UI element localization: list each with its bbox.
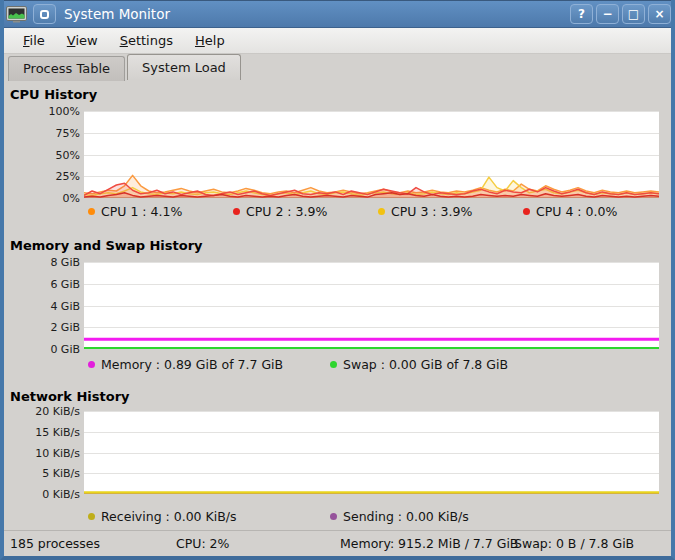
legend-receiving: Receiving : 0.00 KiB/s [88, 509, 330, 524]
memory-ytick: 0 GiB [50, 343, 80, 356]
memory-ytick: 6 GiB [50, 277, 80, 290]
network-ytick: 5 KiB/s [42, 467, 80, 480]
app-icon [6, 6, 27, 23]
titlebar: System Monitor ? − □ × [0, 0, 675, 28]
cpu-y-axis: 100%75%50%25%0% [4, 111, 84, 198]
network-ytick: 20 KiB/s [35, 405, 80, 418]
legend-swap: Swap : 0.00 GiB of 7.8 GiB [330, 357, 572, 372]
system-load-page: CPU History 100%75%50%25%0% CPU 1 : 4.1%… [4, 80, 671, 530]
swap-color-dot [330, 361, 337, 368]
cpu-history-title: CPU History [10, 87, 97, 102]
memory-legend: Memory : 0.89 GiB of 7.7 GiB Swap : 0.00… [88, 357, 572, 372]
memory-history-title: Memory and Swap History [10, 238, 203, 253]
memory-ytick: 8 GiB [50, 256, 80, 269]
maximize-button[interactable]: □ [622, 4, 645, 24]
legend-cpu1: CPU 1 : 4.1% [88, 204, 233, 219]
legend-sending: Sending : 0.00 KiB/s [330, 509, 572, 524]
menu-file[interactable]: File [12, 30, 56, 51]
window-controls: ? − □ × [567, 4, 671, 24]
legend-cpu4: CPU 4 : 0.0% [523, 204, 668, 219]
network-legend: Receiving : 0.00 KiB/s Sending : 0.00 Ki… [88, 509, 572, 524]
cpu-ytick: 0% [63, 192, 80, 205]
system-monitor-window: System Monitor ? − □ × File View Setting… [0, 0, 675, 560]
cpu1-color-dot [88, 208, 95, 215]
cpu4-color-dot [523, 208, 530, 215]
memory-ytick: 4 GiB [50, 299, 80, 312]
menubar: File View Settings Help [4, 28, 671, 54]
window-menu-button[interactable] [33, 4, 56, 24]
memory-swap-chart: 8 GiB6 GiB4 GiB2 GiB0 GiB [4, 262, 663, 349]
status-memory: Memory: 915.2 MiB / 7.7 GiB [340, 536, 518, 551]
memory-y-axis: 8 GiB6 GiB4 GiB2 GiB0 GiB [4, 262, 84, 349]
menu-settings[interactable]: Settings [109, 30, 184, 51]
cpu2-color-dot [233, 208, 240, 215]
cpu-ytick: 75% [56, 126, 80, 139]
legend-cpu3: CPU 3 : 3.9% [378, 204, 523, 219]
memory-plot [84, 262, 659, 349]
memory-color-dot [88, 361, 95, 368]
menu-help[interactable]: Help [184, 30, 236, 51]
statusbar: 185 processes CPU: 2% Memory: 915.2 MiB … [4, 530, 671, 556]
help-button[interactable]: ? [570, 4, 593, 24]
cpu-ytick: 50% [56, 148, 80, 161]
cpu3-color-dot [378, 208, 385, 215]
network-ytick: 15 KiB/s [35, 425, 80, 438]
cpu-history-chart: 100%75%50%25%0% [4, 111, 663, 198]
network-plot [84, 411, 659, 494]
network-ytick: 0 KiB/s [42, 488, 80, 501]
network-history-title: Network History [10, 389, 130, 404]
minimize-button[interactable]: − [596, 4, 619, 24]
network-history-chart: 20 KiB/s15 KiB/s10 KiB/s5 KiB/s0 KiB/s [4, 411, 663, 494]
window-menu-icon [40, 10, 49, 19]
menu-view[interactable]: View [56, 30, 109, 51]
status-swap: Swap: 0 B / 7.8 GiB [514, 536, 634, 551]
tab-system-load[interactable]: System Load [127, 54, 241, 80]
legend-cpu2: CPU 2 : 3.9% [233, 204, 378, 219]
sending-color-dot [330, 513, 337, 520]
status-cpu: CPU: 2% [176, 536, 229, 551]
status-processes: 185 processes [10, 536, 100, 551]
network-ytick: 10 KiB/s [35, 446, 80, 459]
tab-process-table[interactable]: Process Table [8, 56, 125, 81]
cpu-legend: CPU 1 : 4.1% CPU 2 : 3.9% CPU 3 : 3.9% C… [88, 204, 668, 219]
memory-ytick: 2 GiB [50, 321, 80, 334]
network-y-axis: 20 KiB/s15 KiB/s10 KiB/s5 KiB/s0 KiB/s [4, 411, 84, 494]
tabbar: Process Table System Load [4, 54, 671, 80]
cpu-ytick: 100% [49, 105, 80, 118]
cpu-ytick: 25% [56, 170, 80, 183]
legend-memory: Memory : 0.89 GiB of 7.7 GiB [88, 357, 330, 372]
close-button[interactable]: × [648, 4, 671, 24]
receiving-color-dot [88, 513, 95, 520]
window-title: System Monitor [64, 6, 567, 22]
cpu-plot [84, 111, 659, 198]
